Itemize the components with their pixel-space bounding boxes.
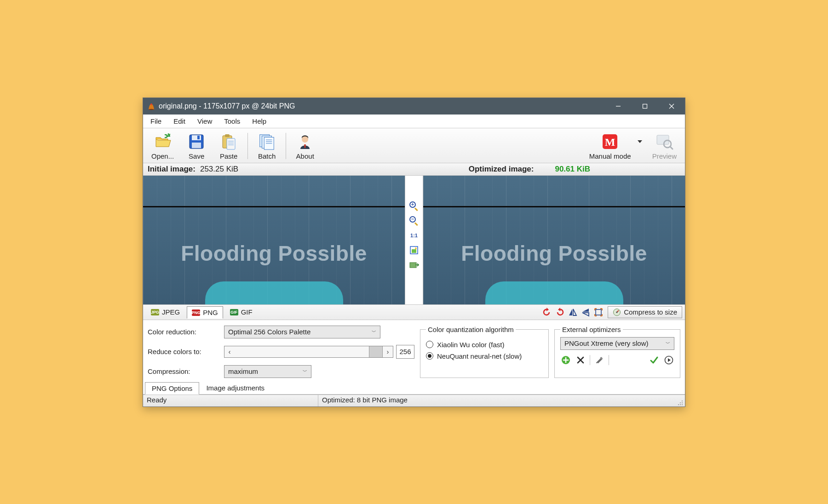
svg-rect-31	[410, 263, 416, 268]
reduce-colors-value[interactable]: 256	[396, 345, 414, 359]
radio-checked-icon	[426, 352, 433, 360]
remove-optimizer-button[interactable]	[575, 355, 586, 366]
batch-icon	[257, 132, 276, 151]
app-icon	[147, 102, 156, 111]
maximize-button[interactable]	[632, 98, 658, 115]
manual-mode-icon: M	[600, 132, 620, 151]
svg-point-30	[415, 247, 417, 249]
tab-png[interactable]: PNG PNG	[187, 306, 223, 319]
color-reduction-select[interactable]: Optimal 256 Colors Palette ﹀	[224, 326, 380, 338]
svg-point-36	[600, 357, 603, 359]
folder-open-icon	[153, 132, 172, 151]
quant-option-wu[interactable]: Xiaolin Wu color (fast)	[426, 341, 543, 349]
tab-gif[interactable]: GIF GIF	[225, 306, 258, 318]
svg-point-44	[682, 404, 683, 405]
gif-icon: GIF	[230, 309, 238, 315]
compression-select[interactable]: maximum ﹀	[224, 365, 311, 378]
toolbar: Open... Save Pas	[143, 128, 685, 163]
original-preview-pane[interactable]: Flooding Possible	[143, 176, 405, 304]
about-button[interactable]: About	[289, 131, 321, 161]
preview-label: Preview	[652, 152, 677, 160]
compression-value: maximum	[228, 367, 258, 375]
gauge-icon	[613, 308, 621, 316]
zoom-toolbar: + − 1:1	[405, 176, 423, 304]
minimize-button[interactable]	[605, 98, 632, 115]
menu-view[interactable]: View	[192, 116, 218, 126]
separator	[609, 355, 609, 365]
reduce-colors-label: Reduce colors to:	[148, 348, 221, 355]
radio-icon	[426, 341, 433, 348]
format-tabstrip: JPG JPEG PNG PNG GIF GIF	[143, 304, 685, 320]
svg-point-41	[682, 402, 683, 403]
slider-decrement[interactable]: ‹	[224, 348, 235, 355]
tab-jpeg[interactable]: JPG JPEG	[146, 306, 185, 318]
rotate-cw-button[interactable]	[554, 306, 566, 318]
rotate-ccw-button[interactable]	[541, 306, 553, 318]
status-optimized-info: Optimized: 8 bit PNG image	[318, 395, 411, 407]
about-label: About	[296, 152, 314, 160]
quant-neuquant-label: NeuQuant neural-net (slow)	[437, 352, 522, 360]
preview-button[interactable]: Preview	[646, 131, 683, 161]
size-info-bar: Initial image: 253.25 KiB Optimized imag…	[143, 163, 685, 176]
quantization-legend: Color quantization algorithm	[426, 326, 516, 333]
window-title: original.png - 1175x1077 px @ 24bit PNG	[159, 102, 295, 110]
tab-gif-label: GIF	[241, 308, 253, 316]
slider-increment[interactable]: ›	[383, 348, 393, 355]
menu-file[interactable]: File	[145, 116, 167, 126]
quant-option-neuquant[interactable]: NeuQuant neural-net (slow)	[426, 352, 543, 360]
configure-optimizer-button[interactable]	[594, 355, 605, 366]
flip-horizontal-button[interactable]	[567, 306, 579, 318]
reduce-colors-slider[interactable]: ‹ ›	[224, 346, 393, 358]
pan-sync-button[interactable]	[408, 259, 420, 270]
resize-grip-icon[interactable]	[675, 395, 685, 407]
slider-thumb[interactable]	[369, 346, 383, 357]
paste-button[interactable]: Paste	[213, 131, 245, 161]
menu-help[interactable]: Help	[247, 116, 272, 126]
preview-overlay-text: Flooding Possible	[143, 241, 405, 266]
apply-optimizer-button[interactable]	[649, 355, 660, 366]
svg-rect-7	[192, 143, 201, 148]
external-optimizers-group: External optimizers PNGout Xtreme (very …	[554, 326, 680, 378]
zoom-out-button[interactable]: −	[408, 215, 420, 226]
svg-rect-11	[227, 138, 235, 149]
toolbar-separator	[286, 133, 286, 159]
external-optimizer-value: PNGout Xtreme (very slow)	[564, 339, 649, 347]
compression-label: Compression:	[148, 367, 221, 375]
svg-point-42	[678, 404, 679, 405]
about-person-icon	[295, 132, 315, 151]
menu-tools[interactable]: Tools	[218, 116, 246, 126]
zoom-in-button[interactable]: +	[408, 200, 420, 212]
fit-window-button[interactable]	[408, 245, 420, 256]
save-button[interactable]: Save	[180, 131, 213, 161]
optimized-preview-pane[interactable]: Flooding Possible	[423, 176, 685, 304]
chevron-down-icon: ﹀	[666, 340, 670, 347]
open-button[interactable]: Open...	[145, 131, 180, 161]
optimized-image-label: Optimized image:	[469, 165, 534, 173]
add-optimizer-button[interactable]	[560, 355, 571, 366]
flip-vertical-button[interactable]	[580, 306, 592, 318]
manual-mode-label: Manual mode	[589, 152, 631, 160]
close-button[interactable]	[658, 98, 685, 115]
compress-to-size-button[interactable]: Compress to size	[608, 306, 682, 318]
menu-edit[interactable]: Edit	[168, 116, 191, 126]
external-optimizer-select[interactable]: PNGout Xtreme (very slow) ﹀	[560, 337, 674, 350]
svg-point-0	[149, 109, 154, 109]
open-label: Open...	[151, 152, 174, 160]
subtab-png-options[interactable]: PNG Options	[145, 382, 199, 395]
chevron-down-icon: ﹀	[303, 368, 307, 375]
resize-button[interactable]	[592, 306, 604, 318]
run-optimizer-button[interactable]	[663, 355, 674, 366]
app-window: original.png - 1175x1077 px @ 24bit PNG …	[143, 97, 685, 407]
svg-rect-32	[596, 309, 601, 315]
svg-rect-10	[225, 134, 230, 137]
initial-image-label: Initial image:	[148, 165, 196, 174]
color-reduction-value: Optimal 256 Colors Palette	[228, 328, 310, 336]
optimized-image-size: 90.61 KiB	[555, 165, 590, 174]
mode-dropdown-arrow[interactable]	[638, 131, 646, 143]
batch-button[interactable]: Batch	[251, 131, 283, 161]
subtab-image-adjustments[interactable]: Image adjustments	[199, 382, 271, 394]
png-basic-options: Color reduction: Optimal 256 Colors Pale…	[148, 326, 414, 378]
statusbar: Ready Optimized: 8 bit PNG image	[143, 395, 685, 407]
zoom-actual-size-button[interactable]: 1:1	[408, 230, 420, 241]
manual-mode-button[interactable]: M Manual mode	[583, 131, 638, 161]
